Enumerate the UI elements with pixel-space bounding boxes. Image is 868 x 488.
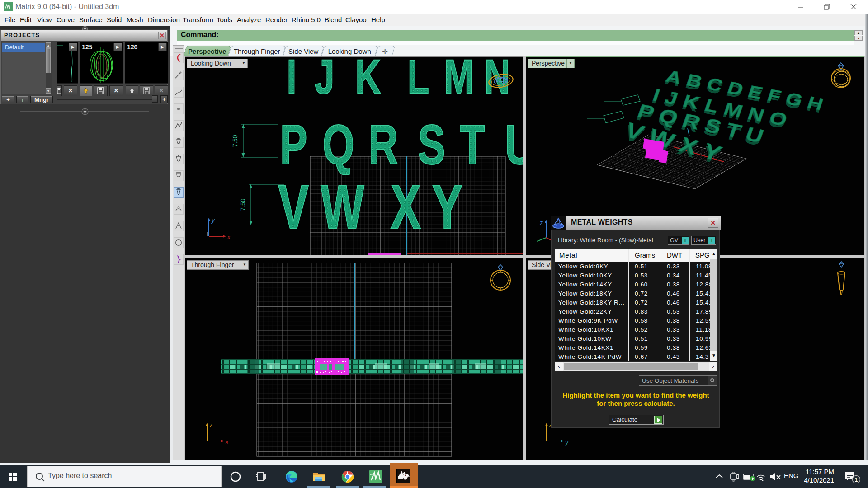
svg-text:S: S [418, 113, 445, 176]
svg-text:Q: Q [322, 113, 354, 176]
svg-text:x: x [225, 438, 229, 445]
svg-text:W: W [321, 171, 364, 242]
svg-text:L: L [407, 57, 429, 104]
svg-text:V: V [278, 171, 309, 242]
svg-text:Y: Y [432, 171, 462, 242]
svg-text:J: J [315, 57, 335, 104]
svg-text:z: z [539, 219, 543, 226]
svg-text:K: K [355, 57, 381, 104]
svg-text:z: z [209, 422, 212, 429]
svg-text:M: M [444, 57, 474, 104]
svg-text:P: P [280, 113, 307, 176]
svg-text:7.50: 7.50 [231, 135, 239, 147]
svg-text:I: I [287, 57, 297, 104]
svg-text:y: y [565, 439, 569, 446]
svg-text:X: X [390, 171, 421, 242]
svg-text:7.50: 7.50 [239, 198, 246, 211]
svg-text:1: 1 [855, 477, 858, 483]
svg-text:T: T [460, 113, 485, 176]
svg-text:R: R [368, 113, 398, 176]
svg-text:y: y [211, 216, 215, 224]
svg-text:x: x [227, 234, 231, 240]
svg-text:U: U [505, 113, 523, 176]
